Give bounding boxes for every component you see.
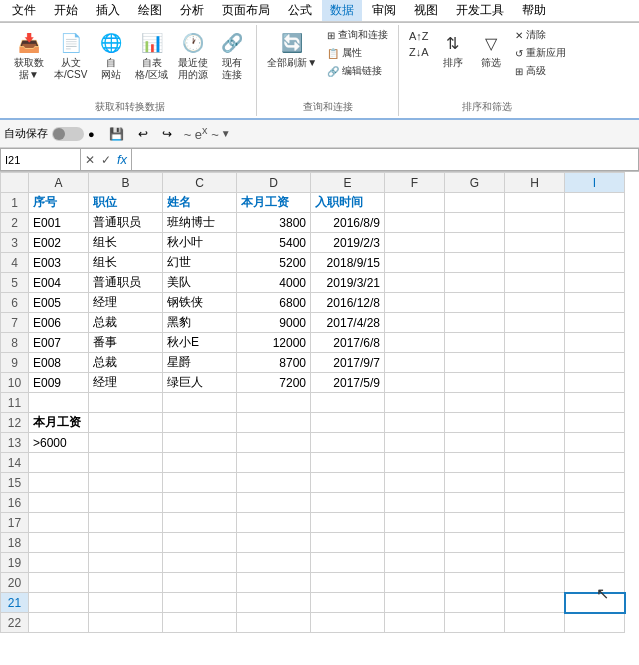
col-e[interactable]: E bbox=[311, 173, 385, 193]
cell-r3-c6[interactable] bbox=[385, 233, 445, 253]
cell-r19-c8[interactable] bbox=[505, 553, 565, 573]
redo-button[interactable]: ↪ bbox=[156, 124, 178, 144]
cell-r12-c7[interactable] bbox=[445, 413, 505, 433]
menu-draw[interactable]: 绘图 bbox=[130, 0, 170, 21]
cell-r1-c9[interactable] bbox=[565, 193, 625, 213]
cell-r17-c6[interactable] bbox=[385, 513, 445, 533]
cell-r22-c8[interactable] bbox=[505, 613, 565, 633]
cell-r11-c7[interactable] bbox=[445, 393, 505, 413]
row-header-13[interactable]: 13 bbox=[1, 433, 29, 453]
cell-r8-c1[interactable]: E007 bbox=[29, 333, 89, 353]
cell-r17-c2[interactable] bbox=[89, 513, 163, 533]
cell-r2-c4[interactable]: 3800 bbox=[237, 213, 311, 233]
cell-r2-c3[interactable]: 班纳博士 bbox=[163, 213, 237, 233]
cell-r15-c2[interactable] bbox=[89, 473, 163, 493]
cell-r2-c8[interactable] bbox=[505, 213, 565, 233]
cell-r9-c2[interactable]: 总裁 bbox=[89, 353, 163, 373]
cell-r1-c6[interactable] bbox=[385, 193, 445, 213]
cell-r14-c8[interactable] bbox=[505, 453, 565, 473]
cell-r13-c6[interactable] bbox=[385, 433, 445, 453]
cell-r4-c4[interactable]: 5200 bbox=[237, 253, 311, 273]
cell-r6-c6[interactable] bbox=[385, 293, 445, 313]
cell-r10-c9[interactable] bbox=[565, 373, 625, 393]
btn-sort-za[interactable]: Z↓A bbox=[405, 45, 433, 59]
row-header-9[interactable]: 9 bbox=[1, 353, 29, 373]
cell-r13-c8[interactable] bbox=[505, 433, 565, 453]
cell-r8-c5[interactable]: 2017/6/8 bbox=[311, 333, 385, 353]
cell-r7-c8[interactable] bbox=[505, 313, 565, 333]
cell-r9-c7[interactable] bbox=[445, 353, 505, 373]
cell-r11-c4[interactable] bbox=[237, 393, 311, 413]
cell-r18-c3[interactable] bbox=[163, 533, 237, 553]
cell-r3-c2[interactable]: 组长 bbox=[89, 233, 163, 253]
cell-r19-c3[interactable] bbox=[163, 553, 237, 573]
cell-r11-c2[interactable] bbox=[89, 393, 163, 413]
cell-r3-c4[interactable]: 5400 bbox=[237, 233, 311, 253]
cell-r19-c1[interactable] bbox=[29, 553, 89, 573]
cell-r6-c2[interactable]: 经理 bbox=[89, 293, 163, 313]
cell-r6-c5[interactable]: 2016/12/8 bbox=[311, 293, 385, 313]
cell-r6-c7[interactable] bbox=[445, 293, 505, 313]
cell-r15-c5[interactable] bbox=[311, 473, 385, 493]
cell-r8-c9[interactable] bbox=[565, 333, 625, 353]
cell-r11-c8[interactable] bbox=[505, 393, 565, 413]
cell-r16-c2[interactable] bbox=[89, 493, 163, 513]
cell-r14-c1[interactable] bbox=[29, 453, 89, 473]
undo-button[interactable]: ↩ bbox=[132, 124, 154, 144]
cell-r5-c7[interactable] bbox=[445, 273, 505, 293]
btn-from-web[interactable]: 🌐 自网站 bbox=[93, 27, 129, 83]
cell-r9-c4[interactable]: 8700 bbox=[237, 353, 311, 373]
cell-r21-c7[interactable] bbox=[445, 593, 505, 613]
cell-r11-c9[interactable] bbox=[565, 393, 625, 413]
cell-r1-c1[interactable]: 序号 bbox=[29, 193, 89, 213]
menu-insert[interactable]: 插入 bbox=[88, 0, 128, 21]
cell-r2-c6[interactable] bbox=[385, 213, 445, 233]
cell-r19-c6[interactable] bbox=[385, 553, 445, 573]
cell-r15-c4[interactable] bbox=[237, 473, 311, 493]
cell-r2-c9[interactable] bbox=[565, 213, 625, 233]
cell-r4-c2[interactable]: 组长 bbox=[89, 253, 163, 273]
cell-r7-c3[interactable]: 黑豹 bbox=[163, 313, 237, 333]
row-header-11[interactable]: 11 bbox=[1, 393, 29, 413]
btn-from-text[interactable]: 📄 从文本/CSV bbox=[50, 27, 91, 83]
cell-r4-c8[interactable] bbox=[505, 253, 565, 273]
cell-r1-c5[interactable]: 入职时间 bbox=[311, 193, 385, 213]
cell-r15-c9[interactable] bbox=[565, 473, 625, 493]
cell-r7-c6[interactable] bbox=[385, 313, 445, 333]
cell-r22-c4[interactable] bbox=[237, 613, 311, 633]
cell-r14-c6[interactable] bbox=[385, 453, 445, 473]
cell-r8-c6[interactable] bbox=[385, 333, 445, 353]
cell-r10-c8[interactable] bbox=[505, 373, 565, 393]
cell-r20-c6[interactable] bbox=[385, 573, 445, 593]
menu-formula[interactable]: 公式 bbox=[280, 0, 320, 21]
cell-r16-c1[interactable] bbox=[29, 493, 89, 513]
cell-r20-c5[interactable] bbox=[311, 573, 385, 593]
cell-r11-c3[interactable] bbox=[163, 393, 237, 413]
cell-r9-c3[interactable]: 星爵 bbox=[163, 353, 237, 373]
row-header-18[interactable]: 18 bbox=[1, 533, 29, 553]
cell-r13-c3[interactable] bbox=[163, 433, 237, 453]
menu-dev[interactable]: 开发工具 bbox=[448, 0, 512, 21]
cell-r4-c9[interactable] bbox=[565, 253, 625, 273]
col-b[interactable]: B bbox=[89, 173, 163, 193]
cell-r6-c8[interactable] bbox=[505, 293, 565, 313]
btn-recent-sources[interactable]: 🕐 最近使用的源 bbox=[174, 27, 212, 83]
cell-r4-c6[interactable] bbox=[385, 253, 445, 273]
col-a[interactable]: A bbox=[29, 173, 89, 193]
btn-existing-connections[interactable]: 🔗 现有连接 bbox=[214, 27, 250, 83]
cell-r10-c2[interactable]: 经理 bbox=[89, 373, 163, 393]
btn-sort-az[interactable]: A↑Z bbox=[405, 29, 433, 43]
cell-r15-c7[interactable] bbox=[445, 473, 505, 493]
btn-sort[interactable]: ⇅ 排序 bbox=[435, 27, 471, 71]
menu-layout[interactable]: 页面布局 bbox=[214, 0, 278, 21]
cell-r19-c2[interactable] bbox=[89, 553, 163, 573]
cell-r6-c4[interactable]: 6800 bbox=[237, 293, 311, 313]
menu-data[interactable]: 数据 bbox=[322, 0, 362, 21]
cell-r6-c9[interactable] bbox=[565, 293, 625, 313]
cell-r20-c2[interactable] bbox=[89, 573, 163, 593]
cell-r12-c8[interactable] bbox=[505, 413, 565, 433]
cell-r10-c6[interactable] bbox=[385, 373, 445, 393]
cell-r20-c7[interactable] bbox=[445, 573, 505, 593]
row-header-21[interactable]: 21 bbox=[1, 593, 29, 613]
cell-r12-c9[interactable] bbox=[565, 413, 625, 433]
